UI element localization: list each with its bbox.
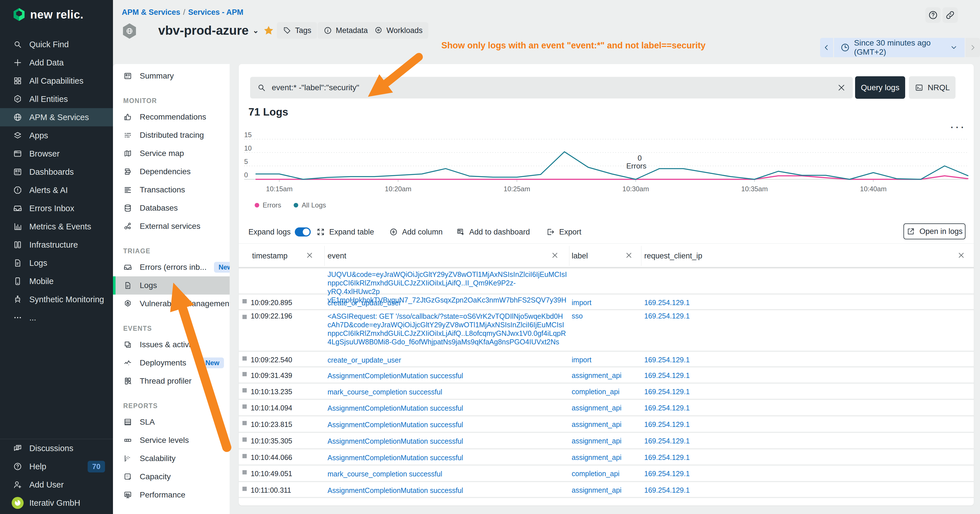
sidebar-item-quick-find[interactable]: Quick Find — [0, 35, 113, 54]
expand-logs-toggle[interactable] — [295, 228, 311, 237]
sidebar-item-help[interactable]: Help70 — [0, 457, 113, 476]
sidebar-item-alerts-ai[interactable]: Alerts & AI — [0, 181, 113, 199]
remove-column-label-icon[interactable] — [625, 251, 635, 261]
breadcrumb-services-apm[interactable]: Services - APM — [188, 8, 243, 16]
clear-query-icon[interactable] — [835, 81, 848, 94]
cell-request-client-ip[interactable]: 169.254.129.1 — [644, 486, 690, 494]
expand-table-button[interactable]: Expand table — [316, 225, 374, 239]
cell-request-client-ip[interactable]: 169.254.129.1 — [644, 388, 690, 396]
sidebar-item-add-user[interactable]: Add User — [0, 476, 113, 494]
cell-label[interactable]: assignment_api — [572, 420, 622, 429]
cell-event[interactable]: AssignmentCompletionMutation successful — [328, 454, 566, 462]
sidebar-item-apm-services[interactable]: APM & Services — [0, 108, 113, 126]
cell-label[interactable]: completion_api — [572, 388, 619, 396]
cell-request-client-ip[interactable]: 169.254.129.1 — [644, 356, 690, 364]
cell-label[interactable]: assignment_api — [572, 454, 622, 461]
add-to-dashboard-button[interactable]: Add to dashboard — [456, 225, 530, 239]
sidebar-item-add-data[interactable]: Add Data — [0, 54, 113, 72]
cell-event[interactable]: create_or_update_user — [328, 356, 566, 364]
cell-event[interactable]: create_or_update_user — [328, 299, 566, 307]
subnav-item-service-levels[interactable]: Service levels — [113, 431, 230, 449]
help-button[interactable] — [925, 7, 941, 23]
column-request-client-ip[interactable]: request_client_ip — [644, 251, 702, 260]
legend-all-logs[interactable]: All Logs — [294, 201, 326, 209]
subnav-item-logs[interactable]: Logs — [113, 276, 230, 294]
table-row[interactable]: 10:10:49.051mark_course_completion succe… — [239, 466, 974, 482]
subnav-item-service-map[interactable]: Service map — [113, 144, 230, 162]
table-row[interactable]: JUQVU&code=eyJraWQiOiJjcGltY29yZV8wOTl1M… — [239, 268, 974, 294]
cell-request-client-ip[interactable]: 169.254.129.1 — [644, 312, 690, 320]
sidebar-item-errors-inbox[interactable]: Errors Inbox — [0, 199, 113, 218]
cell-label[interactable]: assignment_api — [572, 437, 622, 445]
sidebar-item-metrics-events[interactable]: Metrics & Events — [0, 218, 113, 236]
cell-label[interactable]: assignment_api — [572, 371, 622, 380]
cell-request-client-ip[interactable]: 169.254.129.1 — [644, 469, 690, 478]
subnav-item-dependencies[interactable]: Dependencies — [113, 162, 230, 181]
breadcrumb-apm-services[interactable]: APM & Services — [122, 8, 180, 16]
subnav-item-transactions[interactable]: Transactions — [113, 181, 230, 199]
permalink-button[interactable] — [942, 7, 958, 23]
cell-request-client-ip[interactable]: 169.254.129.1 — [644, 371, 690, 380]
metadata-button[interactable]: Metadata — [318, 22, 374, 39]
time-forward-button[interactable] — [966, 38, 980, 57]
subnav-item-recommendations[interactable]: Recommendations — [113, 108, 230, 126]
cell-event[interactable]: AssignmentCompletionMutation successful — [328, 404, 566, 412]
subnav-item-vulnerability-management[interactable]: Vulnerability Management — [113, 294, 230, 313]
cell-request-client-ip[interactable]: 169.254.129.1 — [644, 420, 690, 429]
subnav-item-capacity[interactable]: Capacity — [113, 468, 230, 486]
sidebar-item-logs[interactable]: Logs — [0, 254, 113, 272]
table-row[interactable]: 10:10:23.815AssignmentCompletionMutation… — [239, 416, 974, 433]
tags-button[interactable]: Tags — [277, 22, 317, 39]
table-row[interactable]: 10:10:35.305AssignmentCompletionMutation… — [239, 433, 974, 449]
cell-event[interactable]: AssignmentCompletionMutation successful — [328, 437, 566, 446]
remove-column-timestamp-icon[interactable] — [305, 251, 315, 261]
column-event[interactable]: event — [328, 251, 346, 260]
cell-label[interactable]: assignment_api — [572, 404, 622, 412]
subnav-item-sla[interactable]: SLA — [113, 413, 230, 431]
time-range-button[interactable]: Since 30 minutes ago (GMT+2) — [834, 38, 964, 57]
subnav-item-databases[interactable]: Databases — [113, 199, 230, 217]
cell-event[interactable]: mark_course_completion successful — [328, 388, 566, 396]
sidebar-item-synthetic-monitoring[interactable]: Synthetic Monitoring — [0, 290, 113, 309]
sidebar-item-browser[interactable]: Browser — [0, 145, 113, 163]
remove-column-event-icon[interactable] — [550, 251, 561, 261]
query-logs-button[interactable]: Query logs — [855, 76, 905, 99]
open-in-logs-button[interactable]: Open in logs — [904, 223, 966, 239]
column-timestamp[interactable]: timestamp — [252, 251, 288, 260]
table-row[interactable]: 10:09:31.439AssignmentCompletionMutation… — [239, 368, 974, 384]
log-query-input[interactable] — [271, 83, 830, 92]
logs-timeseries-chart[interactable]: 05101510:15am10:20am10:25am10:30am10:35a… — [239, 125, 974, 205]
cell-event[interactable]: AssignmentCompletionMutation successful — [328, 420, 566, 429]
sidebar-item-discussions[interactable]: Discussions — [0, 439, 113, 457]
entity-caret-down-icon[interactable]: ⌄ — [253, 26, 259, 35]
sidebar-item-apps[interactable]: Apps — [0, 126, 113, 145]
cell-request-client-ip[interactable]: 169.254.129.1 — [644, 404, 690, 412]
cell-label[interactable]: sso — [572, 312, 583, 320]
new-relic-logo[interactable]: new relic. — [13, 7, 83, 22]
subnav-item-issues-activity[interactable]: Issues & activity — [113, 336, 230, 354]
cell-event[interactable]: mark_course_completion successful — [328, 469, 566, 478]
table-row[interactable]: 10:09:22.196<ASGIRequest: GET '/sso/call… — [239, 310, 974, 352]
table-row[interactable]: 10:11:00.311AssignmentCompletionMutation… — [239, 482, 974, 498]
subnav-item-deployments[interactable]: DeploymentsNew — [113, 354, 230, 372]
table-row[interactable]: 10:10:13.235mark_course_completion succe… — [239, 384, 974, 400]
cell-event[interactable]: AssignmentCompletionMutation successful — [328, 486, 566, 495]
table-row[interactable]: 10:09:20.895create_or_update_userimport1… — [239, 294, 974, 310]
subnav-item-summary[interactable]: Summary — [113, 67, 230, 85]
sidebar-item-all-entities[interactable]: All Entities — [0, 90, 113, 108]
remove-column-request-client-ip-icon[interactable] — [957, 251, 967, 261]
sidebar-item-all-capabilities[interactable]: All Capabilities — [0, 72, 113, 90]
sidebar-item-item[interactable]: ... — [0, 309, 113, 327]
table-row[interactable]: 10:10:44.066AssignmentCompletionMutation… — [239, 449, 974, 466]
cell-label[interactable]: assignment_api — [572, 486, 622, 494]
column-label[interactable]: label — [572, 251, 588, 260]
cell-event[interactable]: AssignmentCompletionMutation successful — [328, 371, 566, 380]
sidebar-item-iterativ-gmbh[interactable]: Iterativ GmbH — [0, 494, 113, 512]
time-back-button[interactable] — [820, 38, 833, 57]
table-row[interactable]: 10:10:14.094AssignmentCompletionMutation… — [239, 400, 974, 416]
add-column-button[interactable]: Add column — [389, 225, 443, 239]
cell-label[interactable]: import — [572, 299, 591, 307]
table-row[interactable]: 10:09:22.540create_or_update_userimport1… — [239, 352, 974, 368]
subnav-item-errors-errors-inb[interactable]: Errors (errors inb...New — [113, 258, 230, 276]
sidebar-item-mobile[interactable]: Mobile — [0, 272, 113, 290]
